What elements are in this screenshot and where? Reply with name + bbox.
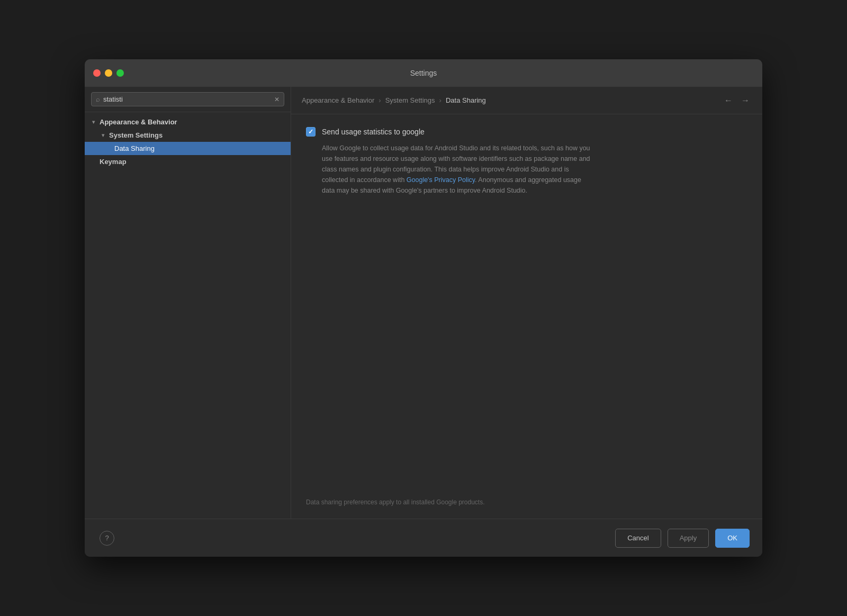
minimize-button[interactable]	[105, 69, 112, 77]
content-area: ✓ Send usage statistics to google Allow …	[291, 114, 762, 519]
ok-button[interactable]: OK	[715, 529, 750, 548]
privacy-policy-link[interactable]: Google's Privacy Policy	[407, 176, 475, 184]
checkbox-row: ✓ Send usage statistics to google	[306, 127, 747, 137]
bottom-bar: ? Cancel Apply OK	[85, 519, 762, 557]
sidebar-item-label: Keymap	[100, 158, 127, 166]
apply-button[interactable]: Apply	[668, 529, 709, 548]
title-bar: Settings	[85, 59, 762, 87]
sidebar-item-label: Appearance & Behavior	[100, 118, 177, 126]
breadcrumb-appearance[interactable]: Appearance & Behavior	[302, 96, 374, 104]
description-text: Allow Google to collect usage data for A…	[306, 143, 592, 196]
breadcrumb-data-sharing: Data Sharing	[446, 96, 486, 104]
breadcrumb-sep-1: ›	[379, 96, 381, 104]
sidebar-item-data-sharing[interactable]: Data Sharing	[85, 142, 291, 155]
chevron-icon: ▾	[100, 132, 106, 138]
close-button[interactable]	[93, 69, 101, 77]
help-button[interactable]: ?	[100, 531, 114, 546]
checkmark-icon: ✓	[308, 128, 313, 135]
breadcrumb-bar: Appearance & Behavior › System Settings …	[291, 87, 762, 114]
sidebar: ⌕ ✕ ▾ Appearance & Behavior ▾ System Set…	[85, 87, 291, 519]
chevron-icon: ▾	[90, 119, 96, 125]
cancel-button[interactable]: Cancel	[615, 529, 661, 548]
data-sharing-section: ✓ Send usage statistics to google Allow …	[306, 127, 747, 196]
search-input[interactable]	[103, 95, 271, 103]
window-controls	[93, 69, 124, 77]
send-statistics-checkbox[interactable]: ✓	[306, 127, 316, 137]
settings-dialog: Settings ⌕ ✕ ▾ Appearance & Behavior	[85, 59, 762, 557]
dialog-title: Settings	[410, 69, 437, 77]
nav-forward-button[interactable]: →	[739, 95, 752, 106]
breadcrumb-system-settings[interactable]: System Settings	[385, 96, 435, 104]
nav-back-button[interactable]: ←	[722, 95, 735, 106]
sidebar-item-label: System Settings	[109, 131, 163, 139]
search-wrapper[interactable]: ⌕ ✕	[91, 92, 284, 106]
sidebar-item-system-settings[interactable]: ▾ System Settings	[85, 129, 291, 142]
main-content: ⌕ ✕ ▾ Appearance & Behavior ▾ System Set…	[85, 87, 762, 519]
footer-note: Data sharing preferences apply to all in…	[306, 499, 485, 506]
content-panel: Appearance & Behavior › System Settings …	[291, 87, 762, 519]
nav-tree: ▾ Appearance & Behavior ▾ System Setting…	[85, 112, 291, 519]
search-clear-button[interactable]: ✕	[274, 96, 280, 103]
checkbox-label: Send usage statistics to google	[322, 128, 425, 136]
sidebar-item-appearance-behavior[interactable]: ▾ Appearance & Behavior	[85, 115, 291, 129]
search-icon: ⌕	[96, 95, 100, 103]
breadcrumb-sep-2: ›	[439, 96, 441, 104]
breadcrumb-nav-buttons: ← →	[722, 95, 752, 106]
sidebar-item-label: Data Sharing	[114, 144, 155, 152]
maximize-button[interactable]	[116, 69, 124, 77]
search-container: ⌕ ✕	[85, 87, 291, 112]
sidebar-item-keymap[interactable]: Keymap	[85, 155, 291, 168]
